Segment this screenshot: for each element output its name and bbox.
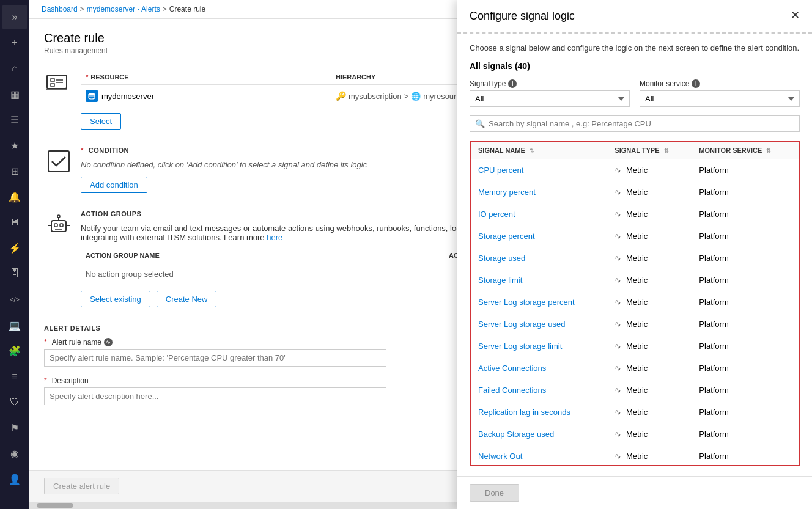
resource-name: mydemoserver xyxy=(102,92,154,101)
signal-type-sort-icon[interactable]: ⇅ xyxy=(664,148,669,154)
svg-rect-8 xyxy=(48,151,69,172)
metric-wave-icon: ∿ xyxy=(615,254,621,263)
signal-type-filter: Signal type i All xyxy=(470,79,630,107)
create-new-button[interactable]: Create New xyxy=(157,291,217,307)
signal-row: Server Log storage percent ∿ Metric Plat… xyxy=(471,291,799,313)
resource-item: mydemoserver xyxy=(86,90,326,102)
breadcrumb-sep-2: > xyxy=(163,5,167,13)
select-existing-button[interactable]: Select existing xyxy=(81,291,150,307)
alert-name-info-icon: ∿ xyxy=(104,338,113,346)
signal-row: Network Out ∿ Metric Platform xyxy=(471,445,799,467)
monitor-service-sort-icon[interactable]: ⇅ xyxy=(766,148,771,154)
signal-row: Storage percent ∿ Metric Platform xyxy=(471,225,799,247)
signal-row: Server Log storage used ∿ Metric Platfor… xyxy=(471,313,799,335)
signal-name-link[interactable]: Server Log storage used xyxy=(478,320,565,329)
desktop-icon[interactable]: 💻 xyxy=(2,313,27,337)
signal-name-link[interactable]: Active Connections xyxy=(478,364,546,373)
signal-name-link[interactable]: Backup Storage used xyxy=(478,430,554,439)
signal-panel-close-button[interactable]: ✕ xyxy=(791,10,800,21)
metric-wave-icon: ∿ xyxy=(615,430,621,439)
signal-panel-header: Configure signal logic ✕ xyxy=(457,0,812,34)
monitor-icon[interactable]: 🖥 xyxy=(2,210,27,235)
code-icon[interactable]: </> xyxy=(2,287,27,312)
signal-name-link[interactable]: Server Log storage limit xyxy=(478,342,562,351)
monitor-service-label: Monitor service i xyxy=(640,79,800,88)
puzzle-icon[interactable]: 🧩 xyxy=(2,339,27,363)
breadcrumb-current: Create rule xyxy=(169,5,205,13)
signal-type-select[interactable]: All xyxy=(470,90,630,107)
signal-name-link[interactable]: IO percent xyxy=(478,210,515,219)
resource-section-icon xyxy=(44,70,73,99)
monitor-service-cell: Platform xyxy=(692,269,799,291)
circle-icon[interactable]: ◉ xyxy=(2,441,27,466)
monitor-service-cell: Platform xyxy=(692,181,799,203)
signal-type-cell: ∿ Metric xyxy=(607,181,692,203)
flag-icon[interactable]: ⚑ xyxy=(2,416,27,440)
shield-icon[interactable]: 🛡 xyxy=(2,390,27,414)
done-button[interactable]: Done xyxy=(470,484,519,502)
signal-name-link[interactable]: Failed Connections xyxy=(478,386,546,395)
svg-rect-4 xyxy=(51,84,54,86)
monitor-service-header: MONITOR SERVICE ⇅ xyxy=(692,142,799,159)
signal-type-cell: ∿ Metric xyxy=(607,203,692,225)
metric-wave-icon: ∿ xyxy=(615,452,621,461)
add-condition-button[interactable]: Add condition xyxy=(81,177,147,193)
breadcrumb-alerts[interactable]: mydemoserver - Alerts xyxy=(87,5,160,13)
signal-row: Backup Storage used ∿ Metric Platform xyxy=(471,423,799,445)
layers-icon[interactable]: ≡ xyxy=(2,364,27,389)
sidebar-expand-icon[interactable]: » xyxy=(2,5,27,29)
metric-wave-icon: ∿ xyxy=(615,166,621,175)
menu-icon[interactable]: ☰ xyxy=(2,108,27,132)
signal-name-link[interactable]: Storage percent xyxy=(478,232,535,241)
bell-icon[interactable]: 🔔 xyxy=(2,185,27,209)
signal-search-input[interactable] xyxy=(489,119,794,128)
scrollbar-thumb[interactable] xyxy=(37,503,73,508)
user-icon[interactable]: 👤 xyxy=(2,467,27,491)
signal-name-link[interactable]: Storage limit xyxy=(478,276,522,285)
filter-row: Signal type i All Monitor service i All xyxy=(470,79,800,107)
home-icon[interactable]: ⌂ xyxy=(2,56,27,81)
dashboard-icon[interactable]: ▦ xyxy=(2,82,27,106)
signal-name-link[interactable]: Memory percent xyxy=(478,188,536,197)
monitor-service-cell: Platform xyxy=(692,423,799,445)
signal-name-link[interactable]: CPU percent xyxy=(478,166,523,175)
grid-icon[interactable]: ⊞ xyxy=(2,159,27,183)
signal-name-link[interactable]: Network Out xyxy=(478,452,522,461)
signal-row: Replication lag in seconds ∿ Metric Plat… xyxy=(471,401,799,423)
signal-name-sort-icon[interactable]: ⇅ xyxy=(530,148,534,154)
monitor-service-select[interactable]: All xyxy=(640,90,800,107)
learn-more-link[interactable]: here xyxy=(267,233,282,242)
metric-wave-icon: ∿ xyxy=(615,408,621,417)
signal-type-cell: ∿ Metric xyxy=(607,401,692,423)
create-alert-rule-button[interactable]: Create alert rule xyxy=(44,478,119,494)
alert-rule-name-input[interactable] xyxy=(44,349,386,367)
plus-icon[interactable]: + xyxy=(2,31,27,55)
star-icon[interactable]: ★ xyxy=(2,133,27,158)
signal-type-info-icon: i xyxy=(508,79,517,88)
signal-name-link[interactable]: Replication lag in seconds xyxy=(478,408,570,417)
signal-name-header: SIGNAL NAME ⇅ xyxy=(471,142,607,159)
breadcrumb-sep-1: > xyxy=(80,5,84,13)
signal-name-link[interactable]: Server Log storage percent xyxy=(478,298,575,307)
select-resource-button[interactable]: Select xyxy=(81,113,121,130)
search-icon: 🔍 xyxy=(475,119,485,128)
metric-wave-icon: ∿ xyxy=(615,232,621,241)
metric-wave-icon: ∿ xyxy=(615,342,621,351)
metric-wave-icon: ∿ xyxy=(615,320,621,329)
breadcrumb-dashboard[interactable]: Dashboard xyxy=(42,5,78,13)
svg-point-14 xyxy=(57,215,60,218)
signal-row: Active Connections ∿ Metric Platform xyxy=(471,357,799,379)
metric-wave-icon: ∿ xyxy=(615,298,621,307)
signal-name-link[interactable]: Storage used xyxy=(478,254,525,263)
signal-type-cell: ∿ Metric xyxy=(607,335,692,357)
database-icon[interactable]: 🗄 xyxy=(2,262,27,286)
signal-type-cell: ∿ Metric xyxy=(607,291,692,313)
signal-row: Memory percent ∿ Metric Platform xyxy=(471,181,799,203)
action-col1: ACTION GROUP NAME xyxy=(81,248,444,263)
alert-description-input[interactable] xyxy=(44,387,386,405)
signal-type-cell: ∿ Metric xyxy=(607,225,692,247)
lightning-icon[interactable]: ⚡ xyxy=(2,236,27,260)
signal-search-box: 🔍 xyxy=(470,115,800,132)
signal-row: Storage limit ∿ Metric Platform xyxy=(471,269,799,291)
signal-type-cell: ∿ Metric xyxy=(607,445,692,467)
